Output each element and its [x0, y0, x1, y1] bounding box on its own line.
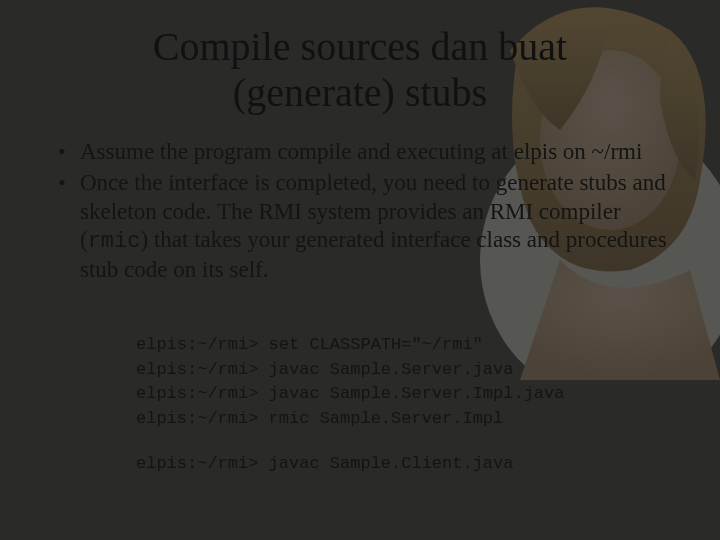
- code-line-2: elpis:~/rmi> javac Sample.Server.java: [136, 360, 513, 379]
- bullet-2-post: ) that takes your generated interface cl…: [80, 227, 667, 282]
- bullet-1-text: Assume the program compile and executing…: [80, 139, 642, 164]
- code-line-3: elpis:~/rmi> javac Sample.Server.Impl.ja…: [136, 384, 564, 403]
- slide-title: Compile sources dan buat (generate) stub…: [40, 24, 680, 116]
- code-line-1: elpis:~/rmi> set CLASSPATH="~/rmi": [136, 335, 483, 354]
- bullet-item-1: Assume the program compile and executing…: [58, 138, 680, 167]
- bullet-item-2: Once the interface is completed, you nee…: [58, 169, 680, 285]
- slide-content: Compile sources dan buat (generate) stub…: [0, 0, 720, 496]
- code-line-5: elpis:~/rmi> javac Sample.Client.java: [136, 454, 513, 473]
- code-line-4: elpis:~/rmi> rmic Sample.Server.Impl: [136, 409, 503, 428]
- title-line-1: Compile sources dan buat: [153, 24, 567, 69]
- title-line-2: (generate) stubs: [233, 70, 487, 115]
- bullet-list: Assume the program compile and executing…: [58, 138, 680, 285]
- bullet-2-code: rmic: [88, 229, 141, 254]
- code-block: elpis:~/rmi> set CLASSPATH="~/rmi" elpis…: [136, 309, 680, 477]
